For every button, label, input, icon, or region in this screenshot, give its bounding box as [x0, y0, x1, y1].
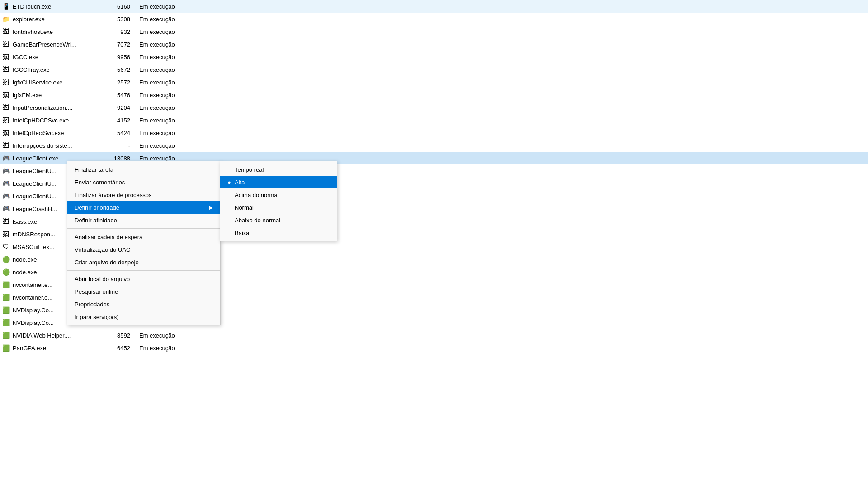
table-row[interactable]: 🟩NVIDIA Web Helper....8592Em execução: [0, 329, 868, 342]
process-status: Em execução: [139, 41, 230, 48]
context-menu-item-ir-para-servico[interactable]: Ir para serviço(s): [67, 310, 220, 323]
context-menu-item-virtualizacao-uac[interactable]: Virtualização do UAC: [67, 243, 220, 256]
process-name: InputPersonalization....: [13, 104, 103, 111]
process-icon: 🟩: [2, 281, 10, 289]
process-status: Em execução: [139, 16, 230, 23]
table-row[interactable]: 📱ETDTouch.exe6160Em execução: [0, 0, 868, 13]
process-icon: 🖼: [2, 129, 10, 137]
priority-submenu[interactable]: Tempo real●AltaAcima do normalNormalAbai…: [220, 161, 337, 241]
submenu-item-label: Abaixo do normal: [235, 217, 330, 224]
process-status: Em execução: [139, 117, 230, 124]
process-icon: 🖼: [2, 78, 10, 86]
process-name: GameBarPresenceWri...: [13, 41, 103, 48]
process-icon: 🎮: [2, 179, 10, 188]
context-menu[interactable]: Finalizar tarefaEnviar comentáriosFinali…: [67, 161, 221, 325]
process-pid: 9956: [103, 54, 139, 61]
process-pid: 9204: [103, 104, 139, 111]
menu-item-label: Virtualização do UAC: [75, 246, 130, 253]
process-name: fontdrvhost.exe: [13, 28, 103, 35]
process-icon: 🖼: [2, 28, 10, 36]
process-status: Em execução: [139, 28, 230, 35]
process-pid: 2572: [103, 79, 139, 86]
process-status: Em execução: [139, 332, 230, 339]
process-pid: 6160: [103, 3, 139, 10]
table-row[interactable]: 📁explorer.exe5308Em execução: [0, 13, 868, 25]
menu-item-label: Definir afinidade: [75, 217, 117, 224]
process-pid: 7072: [103, 41, 139, 48]
process-icon: 🛡: [2, 243, 10, 251]
process-icon: 🟢: [2, 255, 10, 263]
process-icon: 🟩: [2, 293, 10, 301]
submenu-item-label: Acima do normal: [235, 192, 330, 198]
table-row[interactable]: 🖼fontdrvhost.exe932Em execução: [0, 25, 868, 38]
process-status: Em execução: [139, 345, 230, 352]
process-pid: 5476: [103, 92, 139, 99]
table-row[interactable]: 🖼GameBarPresenceWri...7072Em execução: [0, 38, 868, 51]
process-icon: 🎮: [2, 167, 10, 175]
context-menu-item-definir-prioridade[interactable]: Definir prioridade▶: [67, 201, 220, 214]
process-pid: 5308: [103, 16, 139, 23]
submenu-item-abaixo-normal[interactable]: Abaixo do normal: [220, 214, 337, 226]
table-row[interactable]: 🖼IntelCpHeciSvc.exe5424Em execução: [0, 127, 868, 139]
process-name: IGCC.exe: [13, 54, 103, 61]
table-row[interactable]: 🖼Interrupções do siste...-Em execução: [0, 139, 868, 152]
table-row[interactable]: 🖼IntelCpHDCPSvc.exe4152Em execução: [0, 114, 868, 127]
context-menu-item-pesquisar-online[interactable]: Pesquisar online: [67, 285, 220, 298]
process-icon: 📱: [2, 2, 10, 10]
submenu-item-label: Normal: [235, 204, 330, 211]
context-menu-item-analisar-cadeia[interactable]: Analisar cadeia de espera: [67, 230, 220, 243]
menu-item-label: Criar arquivo de despejo: [75, 259, 139, 266]
menu-item-label: Pesquisar online: [75, 288, 118, 295]
submenu-item-normal[interactable]: Normal: [220, 201, 337, 214]
submenu-item-label: Tempo real: [235, 166, 330, 173]
process-name: IntelCpHeciSvc.exe: [13, 130, 103, 136]
table-row[interactable]: 🖼igfxCUIService.exe2572Em execução: [0, 76, 868, 89]
process-icon: 🟩: [2, 319, 10, 327]
context-menu-item-enviar-comentarios[interactable]: Enviar comentários: [67, 176, 220, 188]
table-row[interactable]: 🖼IGCC.exe9956Em execução: [0, 51, 868, 63]
process-name: ETDTouch.exe: [13, 3, 103, 10]
context-menu-item-propriedades[interactable]: Propriedades: [67, 298, 220, 310]
process-name: IntelCpHDCPSvc.exe: [13, 117, 103, 124]
process-icon: 🟩: [2, 331, 10, 339]
process-icon: 🎮: [2, 154, 10, 162]
table-row[interactable]: 🖼igfxEM.exe5476Em execução: [0, 89, 868, 101]
process-status: Em execução: [139, 3, 230, 10]
submenu-item-label: Baixa: [235, 230, 330, 236]
menu-item-label: Definir prioridade: [75, 204, 119, 211]
context-menu-item-finalizar-tarefa[interactable]: Finalizar tarefa: [67, 163, 220, 176]
table-row[interactable]: 🖼InputPersonalization....9204Em execução: [0, 101, 868, 114]
process-pid: 4152: [103, 117, 139, 124]
process-icon: 🖼: [2, 230, 10, 238]
process-icon: 🖼: [2, 53, 10, 61]
menu-separator: [67, 228, 220, 229]
menu-item-label: Propriedades: [75, 301, 109, 308]
process-name: explorer.exe: [13, 16, 103, 23]
context-menu-item-criar-arquivo[interactable]: Criar arquivo de despejo: [67, 256, 220, 268]
submenu-item-acima-normal[interactable]: Acima do normal: [220, 188, 337, 201]
process-icon: 🖼: [2, 91, 10, 99]
process-icon: 🖼: [2, 66, 10, 74]
table-row[interactable]: 🟩PanGPA.exe6452Em execução: [0, 342, 868, 354]
process-pid: 932: [103, 28, 139, 35]
submenu-item-alta[interactable]: ●Alta: [220, 176, 337, 188]
process-icon: 🖼: [2, 217, 10, 225]
process-name: igfxEM.exe: [13, 92, 103, 99]
process-icon: 📁: [2, 15, 10, 23]
process-status: Em execução: [139, 54, 230, 61]
process-name: Interrupções do siste...: [13, 142, 103, 149]
process-icon: 🎮: [2, 205, 10, 213]
process-name: IGCCTray.exe: [13, 66, 103, 73]
submenu-item-label: Alta: [235, 179, 330, 186]
context-menu-item-finalizar-arvore[interactable]: Finalizar árvore de processos: [67, 188, 220, 201]
process-icon: 🟩: [2, 344, 10, 352]
process-icon: 🟩: [2, 306, 10, 314]
table-row[interactable]: 🖼IGCCTray.exe5672Em execução: [0, 63, 868, 76]
submenu-item-tempo-real[interactable]: Tempo real: [220, 163, 337, 176]
context-menu-item-abrir-local[interactable]: Abrir local do arquivo: [67, 272, 220, 285]
submenu-item-baixa[interactable]: Baixa: [220, 226, 337, 239]
process-name: PanGPA.exe: [13, 345, 103, 352]
menu-item-label: Finalizar árvore de processos: [75, 192, 152, 198]
process-status: Em execução: [139, 142, 230, 149]
context-menu-item-definir-afinidade[interactable]: Definir afinidade: [67, 214, 220, 226]
